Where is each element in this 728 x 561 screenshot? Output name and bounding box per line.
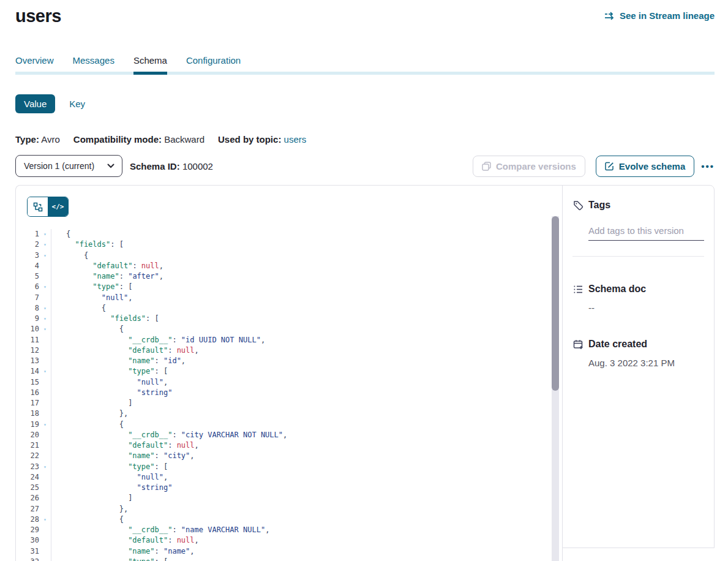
code-text: "type": [ [51,557,562,561]
code-text: { [51,514,562,525]
line-number: 31 [16,546,39,557]
code-text: "name": "after", [51,271,562,282]
fold-arrow-icon[interactable]: ▾ [39,229,51,239]
tree-view-button[interactable] [28,197,48,216]
schema-type: Type: Avro [15,134,60,145]
tags-input[interactable] [588,225,704,241]
tab-configuration[interactable]: Configuration [186,55,241,75]
fold-spacer [39,271,51,282]
value-toggle-button[interactable]: Value [15,94,55,113]
line-number: 18 [16,409,39,419]
tab-overview[interactable]: Overview [15,55,54,75]
code-line: 16"string" [16,388,562,398]
code-line: 6▾"type": [ [16,282,562,292]
code-text: "string" [51,388,562,398]
fold-arrow-icon[interactable]: ▾ [39,420,51,430]
schema-id-value: 100002 [182,161,213,171]
line-number: 20 [16,430,39,440]
key-toggle-button[interactable]: Key [69,94,85,113]
fold-arrow-icon[interactable]: ▾ [39,239,51,250]
fold-arrow-icon[interactable]: ▾ [39,366,51,377]
schema-doc-section: Schema doc -- [563,284,714,313]
code-text: { [51,229,562,239]
tab-schema[interactable]: Schema [133,55,167,75]
code-lines: 1▾{2▾"fields": [3▾{4"default": null,5"na… [16,229,562,561]
topic-tabs: Overview Messages Schema Configuration [15,55,715,75]
fold-spacer [39,261,51,271]
code-text: "name": "id", [51,356,562,366]
stream-lineage-link[interactable]: See in Stream lineage [604,10,715,21]
code-text: "default": null, [51,535,562,546]
code-text: ] [51,398,562,409]
code-view-button[interactable]: </> [48,197,68,216]
code-text: { [51,420,562,430]
code-line: 11"__crdb__": "id UUID NOT NULL", [16,335,562,345]
line-number: 24 [16,472,39,483]
fold-spacer [39,493,51,503]
code-text: { [51,250,562,261]
date-created-heading: Date created [588,339,704,352]
code-line: 19▾{ [16,420,562,430]
code-line: 17] [16,398,562,409]
fold-arrow-icon[interactable]: ▾ [39,303,51,314]
code-text: "null", [51,293,562,303]
code-text: "null", [51,377,562,388]
schema-id-label: Schema ID: [130,161,180,171]
fold-arrow-icon[interactable]: ▾ [39,557,51,561]
code-text: "__crdb__": "city VARCHAR NOT NULL", [51,430,562,440]
schema-doc-value: -- [588,303,704,313]
editor-view-toggle: </> [27,197,69,217]
line-number: 3 [16,250,39,261]
code-text: "name": "name", [51,546,562,557]
code-text: ] [51,493,562,503]
tag-icon [573,200,588,213]
editor-scrollbar-thumb[interactable] [552,216,559,391]
code-text: "null", [51,472,562,483]
schema-doc-heading: Schema doc [588,284,704,297]
code-text: "string" [51,483,562,493]
compare-versions-button[interactable]: Compare versions [473,156,585,177]
code-text: "type": [ [51,366,562,377]
code-text: "default": null, [51,440,562,451]
list-icon [573,284,588,297]
fold-arrow-icon[interactable]: ▾ [39,324,51,334]
code-line: 20"__crdb__": "city VARCHAR NOT NULL", [16,430,562,440]
fold-arrow-icon[interactable]: ▾ [39,250,51,261]
line-number: 23 [16,462,39,472]
fold-arrow-icon[interactable]: ▾ [39,282,51,292]
fold-arrow-icon[interactable]: ▾ [39,462,51,472]
code-line: 13"name": "id", [16,356,562,366]
code-line: 5"name": "after", [16,271,562,282]
line-number: 14 [16,366,39,377]
date-created-section: Date created Aug. 3 2022 3:21 PM [563,339,714,368]
line-number: 9 [16,314,39,324]
editor-scrollbar[interactable] [552,216,559,561]
evolve-schema-button[interactable]: Evolve schema [596,156,694,177]
schema-page: users See in Stream lineage Overview Mes… [0,0,728,561]
fold-arrow-icon[interactable]: ▾ [39,314,51,324]
code-line: 3▾{ [16,250,562,261]
fold-spacer [39,388,51,398]
version-select[interactable]: Version 1 (current) [15,155,122,177]
used-by-topic-link[interactable]: users [284,134,307,145]
code-line: 18}, [16,409,562,419]
tab-messages[interactable]: Messages [73,55,114,75]
value-key-toggle: Value Key [15,94,715,113]
code-line: 21"default": null, [16,440,562,451]
tags-heading: Tags [588,200,704,213]
more-options-button[interactable]: ••• [701,161,715,171]
code-text: { [51,303,562,314]
page-header: users See in Stream lineage [15,6,715,26]
code-line: 32▾"type": [ [16,557,562,561]
line-number: 32 [16,557,39,561]
code-line: 30"default": null, [16,535,562,546]
compatibility-mode: Compatibility mode: Backward [73,134,205,145]
code-text: "fields": [ [51,239,562,250]
fold-arrow-icon[interactable]: ▾ [39,514,51,525]
code-line: 29"__crdb__": "name VARCHAR NULL", [16,525,562,535]
code-text: "type": [ [51,462,562,472]
code-text: { [51,324,562,334]
schema-content: </> 1▾{2▾"fields": [3▾{4"default": null,… [15,185,715,561]
code-text: "fields": [ [51,314,562,324]
page-title: users [15,6,61,26]
